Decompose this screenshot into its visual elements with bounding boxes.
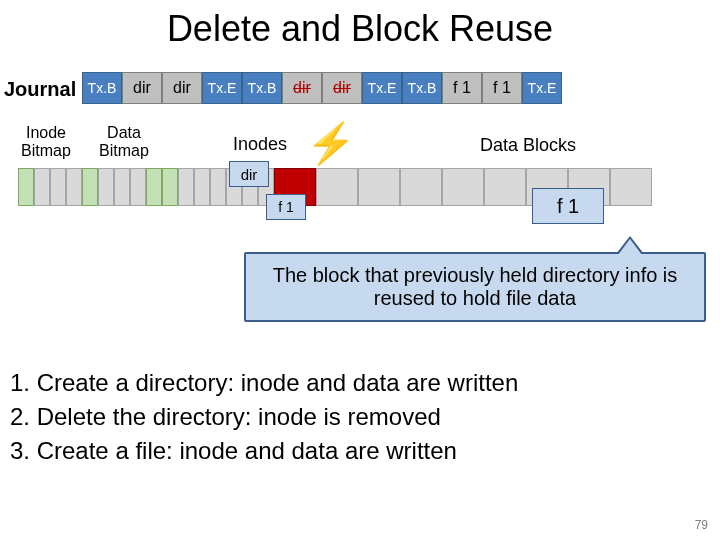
- journal-cell-txb: Tx.B: [242, 72, 282, 104]
- journal-cell-dir: dir: [122, 72, 162, 104]
- inode-bm-cell: [66, 168, 82, 206]
- inode-bm-cell: [18, 168, 34, 206]
- f1-datablock-overlay: f 1: [532, 188, 604, 224]
- inode-bm-cell: [34, 168, 50, 206]
- inode-cell: [162, 168, 178, 206]
- step-3: 3. Create a file: inode and data are wri…: [10, 434, 518, 468]
- data-bm-cell: [114, 168, 130, 206]
- step-1: 1. Create a directory: inode and data ar…: [10, 366, 518, 400]
- data-block-cell: [316, 168, 358, 206]
- steps-list: 1. Create a directory: inode and data ar…: [10, 366, 518, 468]
- journal-cell-dir: dir: [162, 72, 202, 104]
- data-block-cell: [358, 168, 400, 206]
- journal-label: Journal: [4, 78, 76, 101]
- data-block-cell: [442, 168, 484, 206]
- data-bm-cell: [130, 168, 146, 206]
- journal-spacer: [562, 72, 582, 104]
- journal-cell-txe: Tx.E: [362, 72, 402, 104]
- inode-cell: [178, 168, 194, 206]
- inode-bm-cell: [50, 168, 66, 206]
- journal-cell-f1: f 1: [482, 72, 522, 104]
- data-block-cell: [610, 168, 652, 206]
- journal-cell-txb: Tx.B: [82, 72, 122, 104]
- journal-cell-dir-struck: dir: [322, 72, 362, 104]
- callout-box: The block that previously held directory…: [244, 252, 706, 322]
- journal-cell-txe: Tx.E: [522, 72, 562, 104]
- data-block-cell: [400, 168, 442, 206]
- page-number: 79: [695, 518, 708, 532]
- f1-inode-overlay: f 1: [266, 194, 306, 220]
- journal-cell-txb: Tx.B: [402, 72, 442, 104]
- slide-title: Delete and Block Reuse: [0, 8, 720, 50]
- journal-cell-txe: Tx.E: [202, 72, 242, 104]
- data-bm-cell: [82, 168, 98, 206]
- journal-cell-dir-struck: dir: [282, 72, 322, 104]
- dir-inode-overlay: dir: [229, 161, 269, 187]
- inode-cell: [146, 168, 162, 206]
- data-bitmap-label: Data Bitmap: [92, 124, 156, 160]
- journal-cell-f1: f 1: [442, 72, 482, 104]
- inode-cell: [210, 168, 226, 206]
- step-2: 2. Delete the directory: inode is remove…: [10, 400, 518, 434]
- inode-bitmap-label: Inode Bitmap: [14, 124, 78, 160]
- journal-row: Tx.B dir dir Tx.E Tx.B dir dir Tx.E Tx.B…: [82, 72, 582, 104]
- data-block-cell: [484, 168, 526, 206]
- lightning-icon: ⚡: [306, 120, 356, 167]
- data-blocks-label: Data Blocks: [480, 135, 576, 156]
- inodes-label: Inodes: [210, 135, 310, 153]
- inode-cell: [194, 168, 210, 206]
- data-bm-cell: [98, 168, 114, 206]
